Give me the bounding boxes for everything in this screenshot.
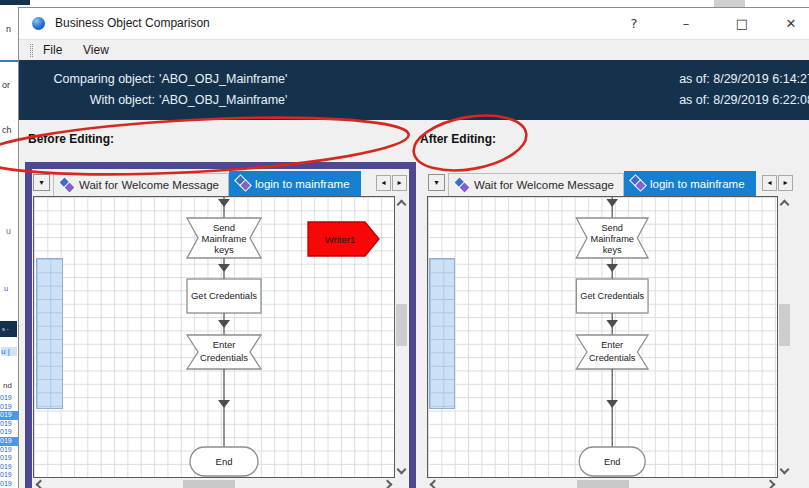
scroll-up-icon[interactable] [397,200,407,210]
scroll-down-icon[interactable] [780,465,790,475]
link-arrow-icon [606,320,618,328]
tab-label: login to mainframe [255,178,350,190]
tab-scroll-buttons: ◂ ▸ [376,175,407,191]
link-arrow-icon [606,264,618,272]
after-editing-panel: ▾ Wait for Welcome Message login to main… [420,169,795,488]
page-icon [237,177,250,190]
svg-text:Writer1: Writer1 [325,234,355,245]
svg-text:Send: Send [601,223,622,233]
background-row: 019 [0,463,18,472]
background-row: 019 [0,437,18,446]
tab-label: login to mainframe [650,178,745,190]
before-editing-panel: ▾ Wait for Welcome Message login to main… [25,162,416,488]
tab-bar: ▾ Wait for Welcome Message login to main… [420,169,795,196]
tab-bar: ▾ Wait for Welcome Message login to main… [32,169,409,196]
link-arrow-icon [218,264,230,272]
dropdown-icon: ▾ [434,178,438,187]
with-object-name: 'ABO_OBJ_Mainframe' [159,90,287,111]
app-icon [32,17,45,30]
scrollbar-thumb[interactable] [779,304,790,346]
minimize-button[interactable]: – [671,8,701,39]
background-row: 019 [0,446,18,455]
tab-wait-for-welcome-message[interactable]: Wait for Welcome Message [53,173,229,196]
dropdown-icon: ▾ [39,178,43,187]
left-arrow-icon: ◂ [767,178,771,187]
background-text-fragment: u [6,226,11,236]
background-row: 019 [0,394,18,403]
page-icon [456,179,469,192]
background-navy-box: s - [0,321,17,337]
link-arrow-icon [606,400,618,408]
maximize-button[interactable]: □ [727,8,757,39]
horizontal-scrollbar[interactable] [427,478,778,488]
background-link-fragment: u [4,284,8,293]
background-text-fragment: n [6,24,11,34]
flowchart-canvas-before[interactable]: Send Mainframe keys Writer1 Get Credenti… [33,196,395,478]
window-title: Business Object Comparison [55,8,210,39]
svg-text:Mainframe: Mainframe [202,233,247,244]
comparing-row: Comparing object: 'ABO_OBJ_Mainframe' as… [19,69,809,90]
background-row: 019 [0,411,18,420]
svg-text:Get Credentials: Get Credentials [580,291,644,301]
background-text-fragment: nd [3,381,12,390]
scroll-right-icon[interactable] [383,480,393,488]
after-editing-label: After Editing: [420,132,496,146]
help-button[interactable]: ? [619,8,649,39]
with-row: With object: 'ABO_OBJ_Mainframe' as of: … [19,90,809,111]
link-arrow-icon [218,400,230,408]
page-icon [61,179,74,192]
tab-scroll-left-button[interactable]: ◂ [376,175,391,191]
background-row: 019 [0,420,18,429]
horizontal-scrollbar[interactable] [33,478,395,488]
right-arrow-icon: ▸ [783,178,787,187]
flowchart-after: Send Mainframe keys Get Credentials Ente… [428,197,777,477]
scrollbar-thumb[interactable] [577,480,629,488]
tab-scroll-buttons: ◂ ▸ [762,175,793,191]
comparing-asof: as of: 8/29/2019 6:14:27 [679,69,809,90]
menu-file[interactable]: File [37,40,68,61]
scroll-right-icon[interactable] [766,480,776,488]
scroll-down-icon[interactable] [397,465,407,475]
link-arrow-icon [606,199,618,207]
background-row-list: 019019019019019019019019019019019 [0,394,18,488]
svg-text:End: End [604,457,620,467]
tab-wait-for-welcome-message[interactable]: Wait for Welcome Message [448,173,624,196]
tab-login-to-mainframe[interactable]: login to mainframe [624,171,756,196]
close-button[interactable]: ✕ [776,8,806,39]
page-dropdown-button[interactable]: ▾ [428,174,445,191]
background-row: 019 [0,471,18,480]
right-arrow-icon: ▸ [397,178,401,187]
background-link-fragment: u | [1,347,17,356]
scroll-left-icon[interactable] [430,480,440,488]
background-navy-bar [0,0,30,5]
link-arrow-icon [218,199,230,207]
svg-text:keys: keys [603,245,622,255]
background-text-fragment: or [2,80,10,90]
tab-scroll-right-button[interactable]: ▸ [778,175,793,191]
tab-scroll-right-button[interactable]: ▸ [392,175,407,191]
svg-text:Credentials: Credentials [200,352,248,363]
svg-text:Get Credentials: Get Credentials [191,290,257,301]
background-row: 019 [0,480,18,488]
scroll-left-icon[interactable] [36,480,46,488]
svg-text:Enter: Enter [601,340,623,350]
flowchart-canvas-after[interactable]: Send Mainframe keys Get Credentials Ente… [427,196,778,478]
tab-scroll-left-button[interactable]: ◂ [762,175,777,191]
page-dropdown-button[interactable]: ▾ [33,174,50,191]
menu-view[interactable]: View [77,40,115,61]
vertical-scrollbar[interactable] [395,196,408,478]
left-arrow-icon: ◂ [381,178,385,187]
vertical-scrollbar[interactable] [778,196,791,478]
background-row: 019 [0,454,18,463]
title-bar: Business Object Comparison ? – □ ✕ [19,8,809,39]
background-text-fragment: ch [2,125,12,135]
link-arrow-icon [218,320,230,328]
comparison-header: Comparing object: 'ABO_OBJ_Mainframe' as… [19,60,809,120]
scrollbar-thumb[interactable] [183,480,235,488]
with-label: With object: [35,90,155,111]
screenshot-root: n or ch u u s - u | nd 01901901901901901… [0,0,809,488]
scroll-up-icon[interactable] [780,200,790,210]
svg-text:End: End [216,456,233,467]
scrollbar-thumb[interactable] [396,304,407,346]
tab-login-to-mainframe[interactable]: login to mainframe [229,171,361,196]
